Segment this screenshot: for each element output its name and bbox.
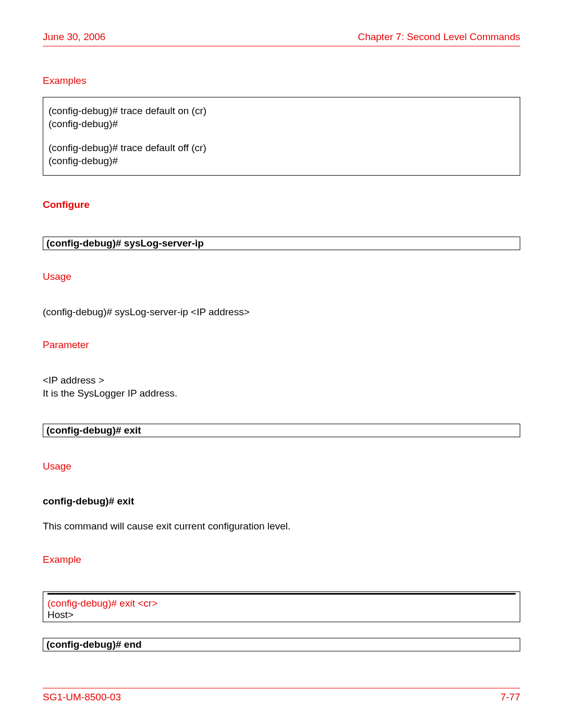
example-line-red: (config-debug)# exit <cr> bbox=[47, 598, 516, 609]
configure-heading: Configure bbox=[43, 199, 520, 211]
command-box-syslog: (config-debug)# sysLog-server-ip bbox=[43, 237, 520, 250]
examples-heading: Examples bbox=[43, 75, 520, 87]
example-heading: Example bbox=[43, 554, 520, 565]
code-line: (config-debug)# bbox=[48, 118, 515, 131]
header-date: June 30, 2006 bbox=[43, 31, 105, 43]
page-header: June 30, 2006 Chapter 7: Second Level Co… bbox=[43, 31, 520, 46]
examples-code-box: (config-debug)# trace default on (cr) (c… bbox=[43, 97, 520, 176]
example-rule bbox=[47, 593, 516, 595]
example-line: Host> bbox=[47, 609, 516, 621]
parameter-line: It is the SysLogger IP address. bbox=[43, 387, 520, 400]
usage-heading: Usage bbox=[43, 271, 520, 282]
page-footer: SG1-UM-8500-03 7-77 bbox=[43, 688, 520, 703]
parameter-line: <IP address > bbox=[43, 374, 520, 387]
usage-heading: Usage bbox=[43, 461, 520, 472]
parameter-heading: Parameter bbox=[43, 339, 520, 351]
usage-description: This command will cause exit current con… bbox=[43, 520, 520, 533]
command-label: (config-debug)# sysLog-server-ip bbox=[46, 238, 204, 249]
footer-doc-id: SG1-UM-8500-03 bbox=[43, 692, 121, 703]
command-box-exit: (config-debug)# exit bbox=[43, 424, 520, 437]
command-label: (config-debug)# exit bbox=[46, 425, 141, 436]
code-line: (config-debug)# bbox=[48, 155, 515, 168]
usage-command: config-debug)# exit bbox=[43, 496, 520, 507]
header-chapter: Chapter 7: Second Level Commands bbox=[358, 31, 520, 43]
command-box-end: (config-debug)# end bbox=[43, 638, 520, 651]
footer-page-number: 7-77 bbox=[500, 692, 520, 703]
example-box: (config-debug)# exit <cr> Host> bbox=[43, 591, 520, 622]
usage-text: (config-debug)# sysLog-server-ip <IP add… bbox=[43, 306, 520, 319]
command-label: (config-debug)# end bbox=[46, 639, 142, 650]
code-line: (config-debug)# trace default off (cr) bbox=[48, 142, 515, 155]
code-line: (config-debug)# trace default on (cr) bbox=[48, 105, 515, 118]
